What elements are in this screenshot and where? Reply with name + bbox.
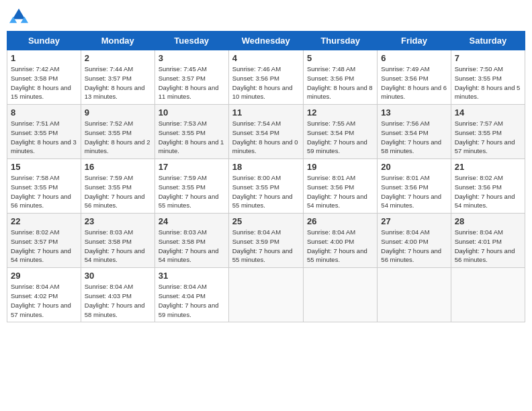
day-info: Sunrise: 7:55 AM Sunset: 3:54 PM Dayligh… [307,119,373,156]
calendar-day-cell: 19 Sunrise: 8:01 AM Sunset: 3:56 PM Dayl… [303,159,377,214]
day-info: Sunrise: 8:04 AM Sunset: 4:03 PM Dayligh… [85,282,151,319]
day-number: 6 [381,53,447,63]
calendar-day-cell [451,268,525,322]
daylight: Daylight: 7 hours and 55 minutes. [232,193,293,210]
sunset: Sunset: 3:58 PM [85,238,132,245]
sunrise: Sunrise: 7:59 AM [85,174,133,181]
sunrise: Sunrise: 8:02 AM [11,228,59,236]
day-info: Sunrise: 8:02 AM Sunset: 3:57 PM Dayligh… [11,228,77,265]
day-number: 26 [307,216,373,226]
calendar-day-cell: 13 Sunrise: 7:56 AM Sunset: 3:54 PM Dayl… [378,105,451,159]
day-info: Sunrise: 8:04 AM Sunset: 4:00 PM Dayligh… [307,228,373,265]
day-info: Sunrise: 8:04 AM Sunset: 4:04 PM Dayligh… [159,282,225,319]
day-info: Sunrise: 8:04 AM Sunset: 3:59 PM Dayligh… [232,228,300,265]
calendar-day-cell: 24 Sunrise: 8:03 AM Sunset: 3:58 PM Dayl… [154,214,228,268]
sunrise: Sunrise: 7:59 AM [159,174,207,181]
sunset: Sunset: 3:54 PM [307,129,354,136]
calendar-day-cell: 8 Sunrise: 7:51 AM Sunset: 3:55 PM Dayli… [7,105,81,159]
daylight: Daylight: 7 hours and 58 minutes. [85,302,145,318]
sunrise: Sunrise: 8:03 AM [159,228,207,236]
calendar-day-cell [303,268,377,322]
calendar-day-cell: 27 Sunrise: 8:04 AM Sunset: 4:00 PM Dayl… [378,214,451,268]
calendar-week-row: 22 Sunrise: 8:02 AM Sunset: 3:57 PM Dayl… [7,214,525,268]
daylight: Daylight: 7 hours and 55 minutes. [159,193,219,210]
daylight: Daylight: 8 hours and 0 minutes. [232,138,298,155]
sunrise: Sunrise: 8:01 AM [381,174,429,181]
calendar-week-row: 29 Sunrise: 8:04 AM Sunset: 4:02 PM Dayl… [7,268,525,322]
weekday-header: Sunday [7,32,81,50]
day-info: Sunrise: 7:50 AM Sunset: 3:55 PM Dayligh… [455,64,521,101]
calendar-table: SundayMondayTuesdayWednesdayThursdayFrid… [7,31,525,322]
sunset: Sunset: 3:56 PM [307,183,354,191]
sunrise: Sunrise: 7:57 AM [455,120,503,127]
sunset: Sunset: 3:58 PM [11,75,58,82]
sunrise: Sunrise: 7:48 AM [307,65,355,73]
day-info: Sunrise: 7:56 AM Sunset: 3:54 PM Dayligh… [381,119,447,156]
daylight: Daylight: 8 hours and 1 minute. [159,138,224,155]
sunset: Sunset: 3:56 PM [381,183,428,191]
sunrise: Sunrise: 8:03 AM [85,228,133,236]
calendar-day-cell: 23 Sunrise: 8:03 AM Sunset: 3:58 PM Dayl… [81,214,154,268]
sunset: Sunset: 3:55 PM [159,129,206,136]
sunset: Sunset: 3:56 PM [455,183,502,191]
daylight: Daylight: 8 hours and 13 minutes. [85,84,145,101]
day-info: Sunrise: 8:04 AM Sunset: 4:02 PM Dayligh… [11,282,77,319]
calendar-day-cell: 29 Sunrise: 8:04 AM Sunset: 4:02 PM Dayl… [7,268,81,322]
sunset: Sunset: 4:02 PM [11,292,58,300]
calendar-day-cell: 15 Sunrise: 7:58 AM Sunset: 3:55 PM Dayl… [7,159,81,214]
weekday-header: Thursday [303,32,377,50]
sunset: Sunset: 3:55 PM [85,129,132,136]
day-number: 28 [455,216,521,226]
day-number: 2 [85,53,151,63]
sunset: Sunset: 3:56 PM [307,75,354,82]
day-number: 25 [232,216,300,226]
day-number: 14 [455,107,521,118]
day-number: 12 [307,107,373,118]
daylight: Daylight: 8 hours and 2 minutes. [85,138,150,155]
calendar-day-cell: 10 Sunrise: 7:53 AM Sunset: 3:55 PM Dayl… [154,105,228,159]
day-number: 31 [159,271,225,281]
day-number: 9 [85,107,151,118]
daylight: Daylight: 7 hours and 54 minutes. [85,247,145,264]
day-info: Sunrise: 8:03 AM Sunset: 3:58 PM Dayligh… [159,228,225,265]
weekday-header: Monday [81,32,154,50]
sunset: Sunset: 4:00 PM [307,238,354,245]
daylight: Daylight: 7 hours and 54 minutes. [381,193,441,210]
sunset: Sunset: 3:57 PM [85,75,132,82]
daylight: Daylight: 8 hours and 5 minutes. [455,84,521,101]
sunset: Sunset: 3:54 PM [232,129,279,136]
sunrise: Sunrise: 7:49 AM [381,65,429,73]
sunset: Sunset: 3:56 PM [232,75,279,82]
day-info: Sunrise: 7:54 AM Sunset: 3:54 PM Dayligh… [232,119,300,156]
sunset: Sunset: 3:55 PM [455,75,502,82]
calendar-day-cell: 17 Sunrise: 7:59 AM Sunset: 3:55 PM Dayl… [154,159,228,214]
sunrise: Sunrise: 7:55 AM [307,120,355,127]
sunset: Sunset: 3:56 PM [381,75,428,82]
weekday-header: Tuesday [154,32,228,50]
day-number: 8 [11,107,77,118]
day-number: 29 [11,271,77,281]
logo-icon [9,5,28,24]
sunrise: Sunrise: 8:04 AM [455,228,503,236]
sunset: Sunset: 3:55 PM [232,183,279,191]
daylight: Daylight: 7 hours and 54 minutes. [455,193,515,210]
day-number: 22 [11,216,77,226]
sunset: Sunset: 3:54 PM [381,129,428,136]
sunrise: Sunrise: 8:04 AM [85,283,133,290]
sunrise: Sunrise: 8:04 AM [159,283,207,290]
day-number: 23 [85,216,151,226]
calendar-day-cell: 5 Sunrise: 7:48 AM Sunset: 3:56 PM Dayli… [303,50,377,105]
calendar-day-cell: 20 Sunrise: 8:01 AM Sunset: 3:56 PM Dayl… [378,159,451,214]
daylight: Daylight: 7 hours and 55 minutes. [232,247,293,264]
daylight: Daylight: 7 hours and 58 minutes. [381,138,441,155]
day-number: 16 [85,162,151,172]
daylight: Daylight: 7 hours and 56 minutes. [11,193,71,210]
day-info: Sunrise: 7:57 AM Sunset: 3:55 PM Dayligh… [455,119,521,156]
daylight: Daylight: 8 hours and 10 minutes. [232,84,293,101]
day-info: Sunrise: 8:02 AM Sunset: 3:56 PM Dayligh… [455,173,521,210]
sunrise: Sunrise: 7:54 AM [232,120,281,127]
calendar-day-cell: 31 Sunrise: 8:04 AM Sunset: 4:04 PM Dayl… [154,268,228,322]
day-info: Sunrise: 7:46 AM Sunset: 3:56 PM Dayligh… [232,64,300,101]
page-header [7,7,525,26]
daylight: Daylight: 7 hours and 56 minutes. [455,247,515,264]
